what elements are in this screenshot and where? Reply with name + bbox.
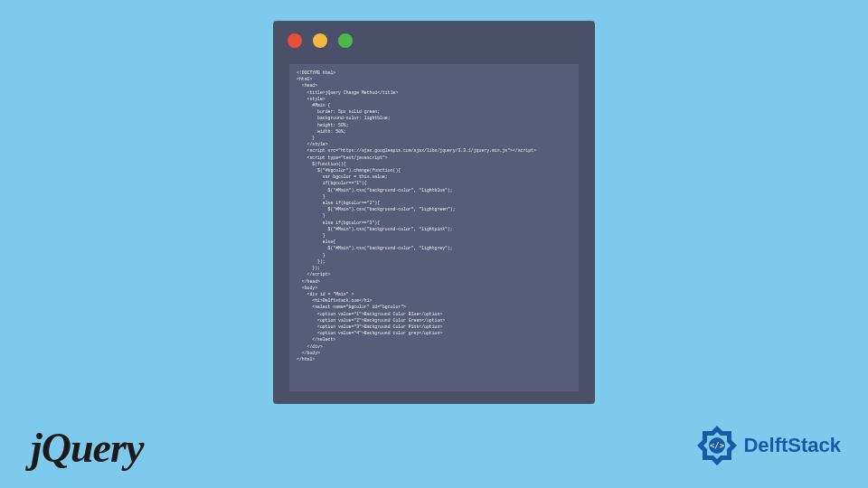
code-line: <script src="https://ajax.googleapis.com… <box>297 147 571 154</box>
code-line: else{ <box>297 239 571 245</box>
code-line: $("#bgcolor").change(function(){ <box>297 167 571 174</box>
delftstack-icon: </> <box>694 423 740 468</box>
svg-text:</>: </> <box>710 441 725 450</box>
code-line: <head> <box>297 82 571 89</box>
code-line: <option value="3">Background Color Pink<… <box>297 324 571 330</box>
code-line: <script type="text/javascript"> <box>297 155 571 161</box>
code-line: <option value="1">Background Color Blue<… <box>297 311 571 317</box>
code-line: } <box>297 252 571 258</box>
code-line: </select> <box>297 336 571 343</box>
window-controls <box>288 33 353 48</box>
code-line: $(function(){ <box>297 161 571 167</box>
code-line: } <box>297 212 571 219</box>
code-line: $("#Main").css("background-color", "ligh… <box>297 206 571 212</box>
code-line: } <box>297 232 571 239</box>
code-line: else if(bgcolor=="3"){ <box>297 220 571 226</box>
code-line: border: 5px solid green; <box>297 108 571 115</box>
code-line: }); <box>297 265 571 271</box>
code-line: $("#Main").css("background-color", "ligh… <box>297 245 571 251</box>
code-line: <!DOCTYPE html> <box>297 70 571 76</box>
code-line: </head> <box>297 278 571 285</box>
code-line: } <box>297 135 571 141</box>
code-editor-window: <!DOCTYPE html><html> <head> <title>jQue… <box>273 21 595 404</box>
code-line: }); <box>297 258 571 265</box>
code-line: #Main { <box>297 102 571 108</box>
code-line: <option value="2">Background Color Green… <box>297 317 571 324</box>
code-line: height: 50%; <box>297 122 571 128</box>
code-line: $("#Main").css("background-color", "ligh… <box>297 187 571 193</box>
maximize-icon <box>338 33 353 48</box>
code-line: </html> <box>297 356 571 362</box>
code-line: </body> <box>297 350 571 356</box>
code-line: <select name="bgcolor" id="bgcolor"> <box>297 304 571 310</box>
code-line: <html> <box>297 76 571 82</box>
code-line: if(bgcolor=="1"){ <box>297 180 571 186</box>
code-line: var bgcolor = this.value; <box>297 174 571 180</box>
code-area: <!DOCTYPE html><html> <head> <title>jQue… <box>289 64 579 391</box>
minimize-icon <box>313 33 327 48</box>
code-line: } <box>297 193 571 200</box>
code-line: </div> <box>297 343 571 350</box>
code-line: </style> <box>297 141 571 147</box>
code-line: <option value="4">Background color grey<… <box>297 330 571 336</box>
code-line: <h1>Delftstack.com</h1> <box>297 297 571 304</box>
code-line: </script> <box>297 271 571 277</box>
code-line: width: 50%; <box>297 128 571 135</box>
code-line: <div id = "Main" > <box>297 291 571 297</box>
code-line: background-color: lightblue; <box>297 115 571 121</box>
code-line: $("#Main").css("background-color", "ligh… <box>297 226 571 232</box>
code-line: <title>jQuery Change Method</title> <box>297 89 571 96</box>
jquery-logo: jQuery <box>31 424 143 472</box>
code-line: else if(bgcolor=="2"){ <box>297 200 571 206</box>
code-line: <style> <box>297 96 571 102</box>
close-icon <box>288 33 302 48</box>
delftstack-label: DelftStack <box>743 434 841 457</box>
delftstack-logo: </> DelftStack <box>694 423 841 468</box>
code-line: <body> <box>297 285 571 291</box>
